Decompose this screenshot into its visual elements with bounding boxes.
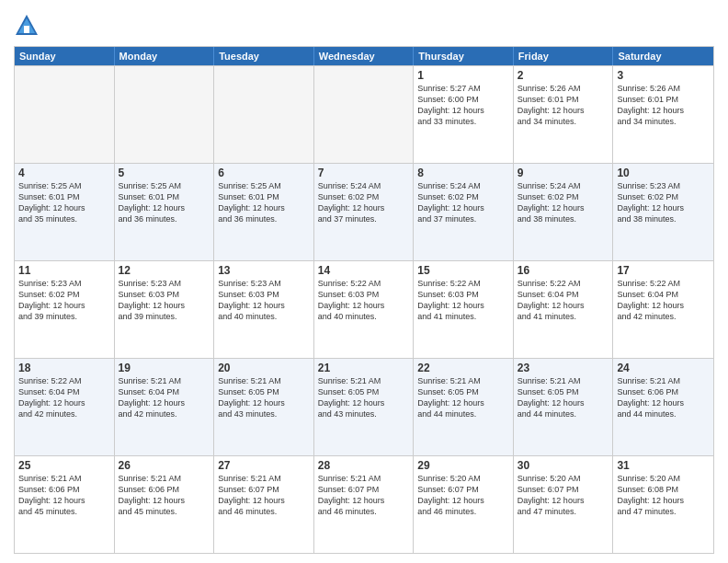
day-number: 6 (218, 167, 310, 179)
day-number: 23 (518, 362, 609, 374)
calendar-cell: 13Sunrise: 5:23 AM Sunset: 6:03 PM Dayli… (214, 261, 314, 358)
day-number: 15 (417, 264, 509, 277)
header (14, 9, 714, 39)
day-info: Sunrise: 5:26 AM Sunset: 6:01 PM Dayligh… (617, 83, 710, 128)
day-info: Sunrise: 5:20 AM Sunset: 6:07 PM Dayligh… (417, 473, 509, 518)
day-number: 5 (119, 167, 210, 179)
weekday-header-friday: Friday (514, 47, 614, 65)
day-number: 20 (218, 362, 310, 374)
day-info: Sunrise: 5:21 AM Sunset: 6:07 PM Dayligh… (218, 473, 310, 518)
calendar-cell: 26Sunrise: 5:21 AM Sunset: 6:06 PM Dayli… (115, 456, 215, 553)
logo-icon (14, 13, 40, 39)
svg-rect-2 (24, 26, 29, 33)
calendar-header: SundayMondayTuesdayWednesdayThursdayFrid… (15, 47, 713, 65)
day-info: Sunrise: 5:22 AM Sunset: 6:04 PM Dayligh… (518, 278, 609, 323)
day-info: Sunrise: 5:26 AM Sunset: 6:01 PM Dayligh… (518, 83, 609, 128)
calendar-cell (214, 66, 314, 163)
calendar: SundayMondayTuesdayWednesdayThursdayFrid… (14, 46, 714, 554)
day-number: 12 (119, 264, 210, 277)
calendar-row-4: 18Sunrise: 5:22 AM Sunset: 6:04 PM Dayli… (15, 358, 713, 455)
calendar-cell: 10Sunrise: 5:23 AM Sunset: 6:02 PM Dayli… (613, 164, 713, 260)
day-number: 21 (318, 362, 410, 374)
page: SundayMondayTuesdayWednesdayThursdayFrid… (0, 0, 728, 563)
calendar-cell: 14Sunrise: 5:22 AM Sunset: 6:03 PM Dayli… (314, 261, 415, 358)
day-info: Sunrise: 5:21 AM Sunset: 6:05 PM Dayligh… (417, 375, 509, 420)
day-info: Sunrise: 5:21 AM Sunset: 6:05 PM Dayligh… (318, 375, 410, 420)
calendar-cell: 15Sunrise: 5:22 AM Sunset: 6:03 PM Dayli… (414, 261, 514, 358)
calendar-cell: 29Sunrise: 5:20 AM Sunset: 6:07 PM Dayli… (414, 456, 514, 553)
weekday-header-monday: Monday (115, 47, 215, 65)
calendar-cell: 30Sunrise: 5:20 AM Sunset: 6:07 PM Dayli… (514, 456, 614, 553)
day-number: 3 (617, 69, 710, 82)
calendar-cell: 24Sunrise: 5:21 AM Sunset: 6:06 PM Dayli… (613, 359, 713, 455)
calendar-cell: 27Sunrise: 5:21 AM Sunset: 6:07 PM Dayli… (214, 456, 314, 553)
day-number: 26 (119, 459, 210, 472)
day-info: Sunrise: 5:22 AM Sunset: 6:03 PM Dayligh… (318, 278, 410, 323)
day-number: 14 (318, 264, 410, 277)
day-info: Sunrise: 5:23 AM Sunset: 6:02 PM Dayligh… (617, 180, 710, 225)
day-number: 2 (518, 69, 609, 82)
day-info: Sunrise: 5:27 AM Sunset: 6:00 PM Dayligh… (417, 83, 509, 128)
day-info: Sunrise: 5:21 AM Sunset: 6:04 PM Dayligh… (119, 375, 210, 420)
day-number: 22 (417, 362, 509, 374)
day-info: Sunrise: 5:21 AM Sunset: 6:06 PM Dayligh… (119, 473, 210, 518)
calendar-cell: 3Sunrise: 5:26 AM Sunset: 6:01 PM Daylig… (613, 66, 713, 163)
day-info: Sunrise: 5:25 AM Sunset: 6:01 PM Dayligh… (18, 180, 110, 225)
day-number: 4 (18, 167, 110, 179)
calendar-cell: 18Sunrise: 5:22 AM Sunset: 6:04 PM Dayli… (15, 359, 115, 455)
day-info: Sunrise: 5:25 AM Sunset: 6:01 PM Dayligh… (218, 180, 310, 225)
day-info: Sunrise: 5:21 AM Sunset: 6:06 PM Dayligh… (18, 473, 110, 518)
calendar-cell: 22Sunrise: 5:21 AM Sunset: 6:05 PM Dayli… (414, 359, 514, 455)
calendar-body: 1Sunrise: 5:27 AM Sunset: 6:00 PM Daylig… (15, 65, 713, 553)
calendar-cell: 17Sunrise: 5:22 AM Sunset: 6:04 PM Dayli… (613, 261, 713, 358)
calendar-cell: 11Sunrise: 5:23 AM Sunset: 6:02 PM Dayli… (15, 261, 115, 358)
calendar-cell: 2Sunrise: 5:26 AM Sunset: 6:01 PM Daylig… (514, 66, 614, 163)
weekday-header-sunday: Sunday (15, 47, 115, 65)
calendar-cell: 12Sunrise: 5:23 AM Sunset: 6:03 PM Dayli… (115, 261, 215, 358)
day-info: Sunrise: 5:23 AM Sunset: 6:03 PM Dayligh… (218, 278, 310, 323)
day-number: 18 (18, 362, 110, 374)
calendar-cell: 20Sunrise: 5:21 AM Sunset: 6:05 PM Dayli… (214, 359, 314, 455)
calendar-cell: 9Sunrise: 5:24 AM Sunset: 6:02 PM Daylig… (514, 164, 614, 260)
day-number: 8 (417, 167, 509, 179)
calendar-cell: 16Sunrise: 5:22 AM Sunset: 6:04 PM Dayli… (514, 261, 614, 358)
day-info: Sunrise: 5:25 AM Sunset: 6:01 PM Dayligh… (119, 180, 210, 225)
day-info: Sunrise: 5:21 AM Sunset: 6:07 PM Dayligh… (318, 473, 410, 518)
day-number: 17 (617, 264, 710, 277)
calendar-cell: 6Sunrise: 5:25 AM Sunset: 6:01 PM Daylig… (214, 164, 314, 260)
day-info: Sunrise: 5:22 AM Sunset: 6:04 PM Dayligh… (617, 278, 710, 323)
weekday-header-tuesday: Tuesday (214, 47, 314, 65)
calendar-row-3: 11Sunrise: 5:23 AM Sunset: 6:02 PM Dayli… (15, 260, 713, 358)
calendar-cell (314, 66, 415, 163)
weekday-header-wednesday: Wednesday (314, 47, 415, 65)
calendar-cell: 4Sunrise: 5:25 AM Sunset: 6:01 PM Daylig… (15, 164, 115, 260)
calendar-cell: 5Sunrise: 5:25 AM Sunset: 6:01 PM Daylig… (115, 164, 215, 260)
calendar-cell (115, 66, 215, 163)
day-number: 11 (18, 264, 110, 277)
calendar-row-5: 25Sunrise: 5:21 AM Sunset: 6:06 PM Dayli… (15, 455, 713, 553)
calendar-cell: 28Sunrise: 5:21 AM Sunset: 6:07 PM Dayli… (314, 456, 415, 553)
day-info: Sunrise: 5:21 AM Sunset: 6:05 PM Dayligh… (218, 375, 310, 420)
day-number: 19 (119, 362, 210, 374)
calendar-cell: 21Sunrise: 5:21 AM Sunset: 6:05 PM Dayli… (314, 359, 415, 455)
day-info: Sunrise: 5:21 AM Sunset: 6:05 PM Dayligh… (518, 375, 609, 420)
calendar-cell: 25Sunrise: 5:21 AM Sunset: 6:06 PM Dayli… (15, 456, 115, 553)
day-info: Sunrise: 5:24 AM Sunset: 6:02 PM Dayligh… (518, 180, 609, 225)
day-info: Sunrise: 5:22 AM Sunset: 6:04 PM Dayligh… (18, 375, 110, 420)
day-number: 30 (518, 459, 609, 472)
logo (14, 13, 43, 39)
day-info: Sunrise: 5:24 AM Sunset: 6:02 PM Dayligh… (318, 180, 410, 225)
day-number: 28 (318, 459, 410, 472)
day-number: 16 (518, 264, 609, 277)
day-number: 1 (417, 69, 509, 82)
day-number: 9 (518, 167, 609, 179)
calendar-cell: 7Sunrise: 5:24 AM Sunset: 6:02 PM Daylig… (314, 164, 415, 260)
day-number: 31 (617, 459, 710, 472)
calendar-cell: 23Sunrise: 5:21 AM Sunset: 6:05 PM Dayli… (514, 359, 614, 455)
day-number: 13 (218, 264, 310, 277)
calendar-cell: 19Sunrise: 5:21 AM Sunset: 6:04 PM Dayli… (115, 359, 215, 455)
day-info: Sunrise: 5:21 AM Sunset: 6:06 PM Dayligh… (617, 375, 710, 420)
calendar-cell: 1Sunrise: 5:27 AM Sunset: 6:00 PM Daylig… (414, 66, 514, 163)
day-number: 7 (318, 167, 410, 179)
day-number: 10 (617, 167, 710, 179)
